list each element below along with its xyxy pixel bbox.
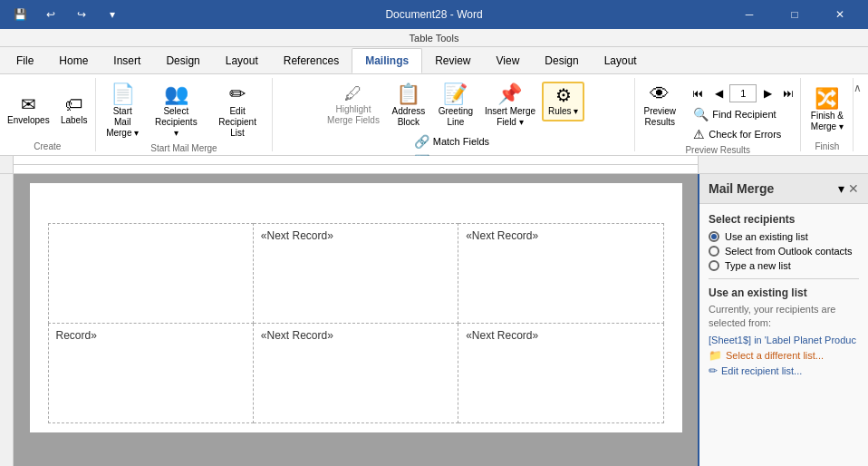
start-merge-group-label: Start Mail Merge (150, 143, 217, 153)
radio-existing-list-indicator (709, 231, 719, 242)
tab-layout[interactable]: Layout (213, 48, 271, 73)
prev-record-button[interactable]: ◀ (709, 83, 728, 103)
ribbon-group-write-insert: 🖊 HighlightMerge Fields 📋 AddressBlock 📝… (273, 78, 635, 151)
radio-existing-list[interactable]: Use an existing list (709, 231, 859, 242)
finish-group-label: Finish (815, 141, 840, 151)
ribbon-group-create: ✉ Envelopes 🏷 Labels Create (0, 78, 96, 151)
table-cell: Record» (48, 324, 253, 423)
preview-results-icon: 👁 (650, 84, 670, 104)
finish-merge-button[interactable]: 🔀 Finish &Merge ▾ (805, 86, 850, 135)
mail-merge-panel: Mail Merge ▾ ✕ Select recipients Use an … (698, 174, 868, 466)
table-tools-bar: Table Tools (0, 29, 868, 47)
cell-text: «Next Record» (261, 329, 333, 342)
start-mail-merge-button[interactable]: 📄 Start MailMerge ▾ (100, 82, 146, 141)
edit-recipient-link-icon: ✏ (709, 364, 718, 377)
record-number-input[interactable] (729, 84, 757, 102)
highlight-merge-fields-button[interactable]: 🖊 HighlightMerge Fields (323, 82, 384, 129)
radio-new-list[interactable]: Type a new list (709, 260, 859, 271)
greeting-line-label: GreetingLine (439, 106, 473, 128)
edit-recipient-label: EditRecipient List (211, 106, 264, 139)
start-merge-icon: 📄 (111, 84, 135, 104)
check-errors-icon: ⚠ (693, 127, 705, 141)
panel-divider (709, 278, 859, 279)
envelope-icon: ✉ (21, 95, 36, 113)
table-cell: «Next Record» (253, 324, 458, 423)
select-different-icon: 📁 (709, 349, 722, 362)
record-navigation: ⏮ ◀ ▶ ⏭ (688, 83, 798, 103)
match-fields-icon: 🔗 (414, 134, 429, 149)
select-different-list-link[interactable]: 📁 Select a different list... (709, 349, 859, 362)
panel-dropdown-btn[interactable]: ▾ (838, 181, 844, 196)
last-record-button[interactable]: ⏭ (778, 83, 798, 103)
ribbon-group-start-mail-merge: 📄 Start MailMerge ▾ 👥 SelectRecipients ▾… (96, 78, 274, 151)
tab-mailings[interactable]: Mailings (352, 48, 422, 73)
preview-results-button[interactable]: 👁 PreviewResults (637, 82, 682, 131)
rules-label: Rules ▾ (548, 106, 578, 117)
customize-qat-button[interactable]: ▾ (100, 2, 125, 27)
rules-icon: ⚙ (555, 86, 572, 104)
insert-merge-icon: 📌 (497, 84, 522, 104)
find-recipient-label: Find Recipient (712, 109, 776, 120)
existing-list-section-title: Use an existing list (709, 286, 859, 299)
envelopes-button[interactable]: ✉ Envelopes (3, 92, 54, 129)
cell-text: «Next Record» (466, 229, 538, 242)
highlight-merge-label: HighlightMerge Fields (327, 104, 380, 126)
undo-button[interactable]: ↩ (38, 2, 63, 27)
existing-list-description: Currently, your recipients are selected … (709, 303, 859, 331)
redo-button[interactable]: ↪ (69, 2, 94, 27)
labels-label: Labels (61, 115, 87, 126)
edit-recipient-list-link[interactable]: ✏ Edit recipient list... (709, 364, 859, 377)
ribbon-start-merge-items: 📄 Start MailMerge ▾ 👥 SelectRecipients ▾… (100, 78, 269, 141)
document-area: «Next Record» «Next Record» Record» «Nex… (14, 174, 698, 466)
select-recipients-label: SelectRecipients ▾ (152, 106, 200, 139)
table-row: Record» «Next Record» «Next Record» (48, 324, 663, 423)
first-record-button[interactable]: ⏮ (688, 83, 708, 103)
radio-outlook-contacts[interactable]: Select from Outlook contacts (709, 246, 859, 257)
address-block-button[interactable]: 📋 AddressBlock (386, 82, 431, 131)
table-cell (48, 224, 253, 324)
radio-outlook-indicator (709, 246, 719, 257)
tab-file[interactable]: File (4, 48, 46, 73)
tab-view[interactable]: View (484, 48, 533, 73)
title-bar-left: 💾 ↩ ↪ ▾ (7, 2, 125, 27)
panel-close-button[interactable]: ✕ (848, 181, 859, 196)
check-errors-button[interactable]: ⚠ Check for Errors (688, 125, 798, 143)
insert-merge-field-button[interactable]: 📌 Insert MergeField ▾ (480, 82, 540, 131)
match-fields-button[interactable]: 🔗 Match Fields (409, 132, 503, 150)
greeting-line-button[interactable]: 📝 GreetingLine (433, 82, 478, 131)
save-button[interactable]: 💾 (7, 2, 33, 27)
finish-merge-label: Finish &Merge ▾ (811, 111, 844, 132)
tab-design2[interactable]: Design (532, 48, 591, 73)
table-cell: «Next Record» (253, 224, 458, 324)
table-row: «Next Record» «Next Record» (48, 224, 663, 324)
tab-design[interactable]: Design (153, 48, 212, 73)
tab-review[interactable]: Review (422, 48, 483, 73)
edit-recipient-list-button[interactable]: ✏ EditRecipient List (207, 82, 268, 141)
radio-new-list-label: Type a new list (725, 260, 791, 271)
rules-button[interactable]: ⚙ Rules ▾ (542, 82, 584, 121)
ribbon-tabs: File Home Insert Design Layout Reference… (0, 47, 868, 74)
window-controls: ─ □ ✕ (728, 0, 861, 29)
tab-insert[interactable]: Insert (101, 48, 153, 73)
find-recipient-button[interactable]: 🔍 Find Recipient (688, 105, 798, 123)
labels-button[interactable]: 🏷 Labels (56, 92, 92, 129)
address-block-label: AddressBlock (392, 106, 426, 128)
minimize-button[interactable]: ─ (728, 0, 770, 29)
create-group-label: Create (34, 141, 61, 151)
ruler (0, 156, 868, 174)
next-record-button[interactable]: ▶ (757, 83, 777, 103)
ribbon-collapse-button[interactable]: ∧ (854, 82, 862, 94)
tab-layout2[interactable]: Layout (592, 48, 650, 73)
table-cell: «Next Record» (458, 224, 663, 324)
close-button[interactable]: ✕ (819, 0, 861, 29)
cell-text: «Next Record» (261, 229, 333, 242)
cell-text: Record» (56, 329, 97, 342)
main-area: «Next Record» «Next Record» Record» «Nex… (0, 174, 868, 466)
tab-references[interactable]: References (271, 48, 352, 73)
highlight-merge-icon: 🖊 (344, 84, 362, 102)
ribbon-finish-items: 🔀 Finish &Merge ▾ (805, 78, 850, 140)
restore-button[interactable]: □ (774, 0, 815, 29)
doc-top-space (48, 192, 664, 219)
select-recipients-button[interactable]: 👥 SelectRecipients ▾ (148, 82, 205, 141)
tab-home[interactable]: Home (46, 48, 101, 73)
